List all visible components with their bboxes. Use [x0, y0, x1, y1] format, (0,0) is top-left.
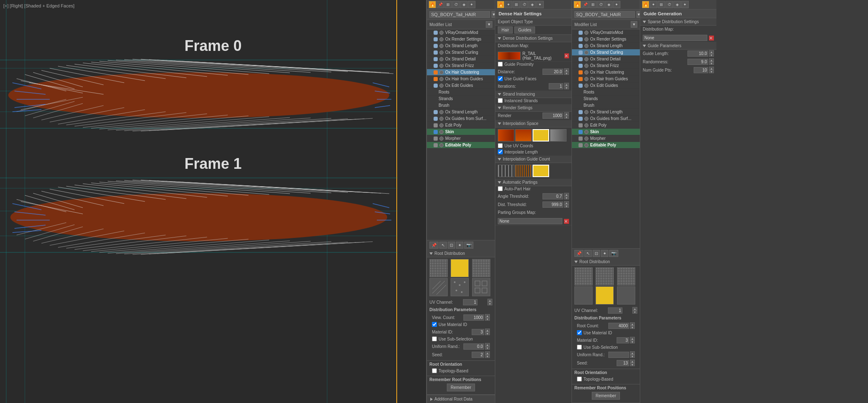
r-modifier-item-strands[interactable]: Strands	[572, 96, 640, 102]
dt-down[interactable]: ▼	[564, 204, 569, 208]
right-panel-dropdown-btn[interactable]: ▼	[637, 11, 640, 18]
dense-icon-grid[interactable]: ⊞	[513, 1, 520, 8]
modifier-item-morpher[interactable]: Morpher	[427, 135, 495, 142]
dt-up[interactable]: ▲	[564, 201, 569, 204]
interpolate-length-check[interactable]	[498, 149, 503, 154]
dense-guides-btn[interactable]: Guides	[514, 26, 535, 34]
modifier-item-edit-guides[interactable]: Ox Edit Guides	[427, 82, 495, 89]
mod-eye[interactable]	[584, 57, 588, 61]
r-modifier-item-skin[interactable]: Skin	[572, 129, 640, 135]
auto-part-hair-check[interactable]	[498, 186, 503, 191]
r-btn-camera[interactable]: 📷	[609, 250, 618, 257]
uv-down-left[interactable]: ▼	[487, 302, 492, 305]
parting-map-input[interactable]	[498, 218, 562, 224]
seed-input-left[interactable]	[472, 352, 484, 358]
use-sub-sel-check-left[interactable]	[432, 336, 437, 341]
dense-icon-clock[interactable]: ⏱	[521, 1, 528, 8]
mod-eye[interactable]	[584, 137, 588, 141]
distance-input[interactable]	[542, 69, 563, 75]
r-thumb-grid1[interactable]	[617, 286, 635, 305]
panel-icon-flame[interactable]: 🔥	[429, 1, 436, 8]
r-modifier-item-detail[interactable]: Ox Strand Detail	[572, 56, 640, 62]
gg-icon-clock[interactable]: ⏱	[665, 1, 673, 8]
r-modifier-item-vray[interactable]: VRayOrnatrixMod	[572, 29, 640, 36]
right-icon-pin[interactable]: 📌	[581, 1, 589, 8]
uv-channel-input-right[interactable]	[608, 307, 622, 314]
s-down-right[interactable]: ▼	[630, 363, 635, 366]
modifier-item-strand-curling[interactable]: Ox Strand Curling	[427, 49, 495, 56]
r-modifier-item-edit-guides[interactable]: Ox Edit Guides	[572, 82, 640, 89]
mod-eye[interactable]	[439, 117, 444, 121]
dist-threshold-input[interactable]	[542, 202, 563, 208]
guide-params-header[interactable]: Guide Parameters	[640, 42, 716, 50]
mid-up-right[interactable]: ▲	[630, 337, 635, 340]
right-icon-clock[interactable]: ⏱	[597, 1, 605, 8]
r-uv-up[interactable]: ▲	[632, 307, 637, 310]
rand-down[interactable]: ▼	[709, 62, 714, 65]
mod-eye[interactable]	[439, 137, 444, 141]
gg-icon-pin[interactable]: ✦	[650, 1, 657, 8]
at-down[interactable]: ▼	[564, 196, 569, 199]
vc-up[interactable]: ▲	[485, 314, 490, 317]
instanced-strands-check[interactable]	[498, 98, 503, 103]
thumb-lines1[interactable]	[429, 278, 448, 296]
btn-pin[interactable]: 📌	[429, 242, 439, 249]
r-btn-config[interactable]: ✦	[601, 250, 608, 257]
interp-thumb-hair2[interactable]	[515, 129, 532, 142]
uniform-rand-input-right[interactable]	[608, 352, 629, 358]
r-modifier-item-morpher[interactable]: Morpher	[572, 135, 640, 142]
modifier-item-strand-length[interactable]: Ox Strand Length	[427, 43, 495, 49]
r-modifier-item-guides-surf[interactable]: Ox Guides from Surf...	[572, 115, 640, 122]
ur-down-left[interactable]: ▼	[485, 346, 490, 350]
iter-up[interactable]: ▲	[564, 83, 569, 86]
ur-up-left[interactable]: ▲	[485, 343, 490, 346]
topology-based-check-left[interactable]	[432, 368, 437, 373]
gg-icon-render[interactable]: ◈	[673, 1, 681, 8]
root-distribution-header-left[interactable]: Root Distribution	[427, 250, 495, 257]
topology-based-check-right[interactable]	[577, 377, 582, 381]
guide-proximity-check[interactable]	[498, 62, 503, 67]
igc-thumb2[interactable]	[515, 165, 532, 177]
btn-select[interactable]: ⊡	[448, 242, 455, 249]
left-modifier-list-dropdown[interactable]: ▼	[486, 21, 492, 28]
gg-icon-grid[interactable]: ⊞	[658, 1, 665, 8]
modifier-item-render-settings[interactable]: Ox Render Settings	[427, 36, 495, 43]
r-up[interactable]: ▲	[564, 112, 569, 115]
panel-icon-grid[interactable]: ⊞	[444, 1, 452, 8]
interp-thumb-hair3[interactable]	[550, 129, 567, 142]
strand-instancing-header[interactable]: Strand Instancing	[495, 91, 571, 98]
r-down[interactable]: ▼	[564, 115, 569, 119]
mod-eye[interactable]	[439, 44, 444, 48]
remember-btn-right[interactable]: Remember	[592, 392, 620, 400]
r-modifier-item-frizz[interactable]: Ox Strand Frizz	[572, 62, 640, 69]
r-modifier-item-editable-poly[interactable]: Editable Poly	[572, 142, 640, 149]
panel-icon-render[interactable]: ◈	[460, 1, 468, 8]
mod-eye[interactable]	[584, 70, 588, 74]
mod-eye[interactable]	[584, 44, 588, 48]
gl-up[interactable]: ▲	[709, 50, 714, 53]
thumb-grid1[interactable]	[472, 278, 490, 296]
gg-icon-settings[interactable]: ✦	[681, 1, 689, 8]
s-down-left[interactable]: ▼	[485, 355, 490, 358]
rc-up[interactable]: ▲	[630, 322, 635, 326]
use-guide-faces-check[interactable]	[498, 76, 503, 81]
modifier-item-guides-from-surf[interactable]: Ox Guides from Surf...	[427, 115, 495, 122]
additional-root-data-btn-left[interactable]: Additional Root Data	[427, 395, 495, 403]
vc-down[interactable]: ▼	[485, 317, 490, 321]
view-count-input[interactable]	[463, 314, 484, 321]
interp-guide-count-header[interactable]: Interpolation Guide Count	[495, 156, 571, 163]
uv-up-left[interactable]: ▲	[487, 299, 492, 302]
mat-id-input-right[interactable]	[617, 337, 629, 343]
r-modifier-item-brush[interactable]: Brush	[572, 102, 640, 109]
mod-eye[interactable]	[439, 84, 444, 88]
left-panel-title-input[interactable]	[429, 11, 490, 18]
ngp-up[interactable]: ▲	[709, 67, 714, 70]
mod-eye[interactable]	[439, 130, 444, 134]
angle-threshold-input[interactable]	[542, 193, 563, 199]
gg-dist-map-input[interactable]	[643, 35, 707, 41]
r-btn-select[interactable]: ⊡	[593, 250, 600, 257]
modifier-item-hair-from-guides[interactable]: Ox Hair from Guides	[427, 76, 495, 82]
sparse-dist-header[interactable]: Sparse Distribution Settings	[640, 18, 716, 26]
r-modifier-item-length[interactable]: Ox Strand Length	[572, 43, 640, 49]
ngp-down[interactable]: ▼	[709, 70, 714, 73]
